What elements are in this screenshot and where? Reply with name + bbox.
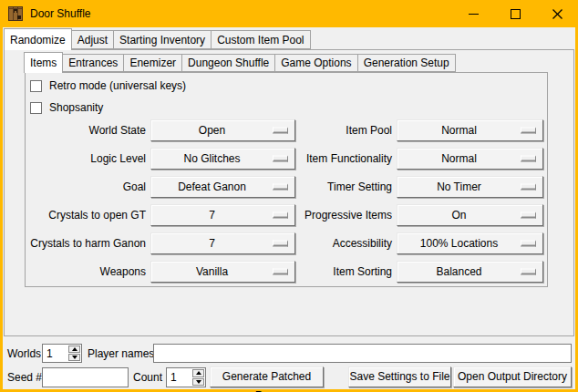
sub-tab-bar: Items Entrances Enemizer Dungeon Shuffle…	[25, 52, 456, 73]
count-label: Count	[133, 371, 162, 384]
weapons-label: Weapons	[24, 261, 146, 283]
dropdown-value: No Glitches	[151, 149, 273, 169]
item-sorting-label: Item Sorting	[270, 261, 392, 283]
save-settings-button[interactable]: Save Settings to File	[348, 366, 451, 387]
close-button[interactable]	[536, 0, 578, 27]
worlds-label: Worlds	[7, 347, 41, 360]
retro-mode-label: Retro mode (universal keys)	[49, 79, 186, 92]
item-pool-dropdown[interactable]: Normal	[397, 119, 543, 141]
count-spinner[interactable]: 1	[166, 367, 206, 387]
retro-mode-checkbox[interactable]	[30, 80, 42, 92]
tab-enemizer[interactable]: Enemizer	[123, 54, 182, 72]
worlds-spinner-buttons	[68, 346, 80, 361]
dropdown-value: Normal	[397, 120, 521, 140]
main-tab-bar: Randomize Adjust Starting Inventory Cust…	[5, 28, 311, 50]
arrow-up-icon	[72, 347, 77, 351]
dropdown-indicator-icon	[521, 241, 536, 247]
count-spinner-buttons	[192, 369, 204, 386]
crystals-harm-ganon-label: Crystals to harm Ganon	[24, 232, 146, 254]
seed-label: Seed #	[7, 371, 42, 384]
shopsanity-checkbox[interactable]	[30, 102, 42, 114]
dropdown-value: 7	[151, 205, 273, 225]
dropdown-value: Defeat Ganon	[151, 177, 273, 197]
dropdown-indicator-icon	[521, 184, 536, 191]
tab-items[interactable]: Items	[24, 52, 63, 73]
caption-buttons	[452, 0, 578, 27]
maximize-icon	[511, 9, 521, 19]
dropdown-indicator-icon	[521, 128, 536, 134]
dropdown-value: Vanilla	[151, 262, 273, 282]
timer-setting-label: Timer Setting	[270, 176, 392, 198]
worlds-value: 1	[46, 347, 53, 360]
logic-level-label: Logic Level	[24, 148, 146, 170]
app-window: Door Shuffle Randomize Adjust Starting I…	[0, 0, 578, 392]
tab-generation-setup[interactable]: Generation Setup	[357, 54, 456, 72]
item-pool-label: Item Pool	[270, 119, 392, 141]
spinner-down-button[interactable]	[192, 378, 204, 387]
minimize-icon	[469, 14, 479, 15]
app-icon	[8, 6, 23, 21]
crystals-open-gt-label: Crystals to open GT	[24, 204, 146, 226]
generate-patched-rom-button[interactable]: Generate Patched Rom	[210, 366, 324, 387]
tab-starting-inventory[interactable]: Starting Inventory	[113, 30, 212, 49]
tab-entrances[interactable]: Entrances	[62, 54, 124, 72]
tab-custom-item-pool[interactable]: Custom Item Pool	[211, 30, 310, 49]
spinner-up-button[interactable]	[68, 346, 80, 353]
tab-randomize[interactable]: Randomize	[4, 28, 72, 50]
dropdown-indicator-icon	[521, 212, 536, 219]
seed-input[interactable]	[42, 367, 129, 387]
close-icon	[552, 9, 563, 19]
maximize-button[interactable]	[494, 0, 536, 27]
spinner-up-button[interactable]	[192, 369, 204, 377]
timer-setting-dropdown[interactable]: No Timer	[397, 176, 543, 198]
dropdown-value: Balanced	[397, 262, 521, 282]
tab-adjust[interactable]: Adjust	[71, 30, 114, 49]
shopsanity-label: Shopsanity	[49, 101, 103, 114]
world-state-label: World State	[24, 119, 146, 141]
dropdown-indicator-icon	[521, 269, 536, 275]
item-functionality-label: Item Functionality	[270, 148, 392, 170]
count-value: 1	[170, 371, 177, 384]
shopsanity-checkbox-row: Shopsanity	[30, 101, 103, 114]
dropdown-value: On	[397, 205, 521, 225]
retro-mode-checkbox-row: Retro mode (universal keys)	[30, 79, 186, 92]
tab-game-options[interactable]: Game Options	[274, 54, 357, 72]
goal-label: Goal	[24, 176, 146, 198]
arrow-down-icon	[196, 380, 201, 384]
player-names-input[interactable]	[153, 344, 572, 363]
arrow-up-icon	[196, 371, 201, 375]
dropdown-indicator-icon	[521, 156, 536, 162]
window-title: Door Shuffle	[30, 7, 91, 20]
dropdown-value: 100% Locations	[397, 233, 521, 253]
minimize-button[interactable]	[452, 0, 494, 27]
item-functionality-dropdown[interactable]: Normal	[397, 148, 543, 170]
item-sorting-dropdown[interactable]: Balanced	[397, 261, 543, 283]
accessibility-label: Accessibility	[270, 232, 392, 254]
spinner-down-button[interactable]	[68, 354, 80, 361]
worlds-spinner[interactable]: 1	[42, 344, 82, 363]
accessibility-dropdown[interactable]: 100% Locations	[397, 232, 543, 254]
progressive-items-dropdown[interactable]: On	[397, 204, 543, 226]
dropdown-value: Normal	[397, 149, 521, 169]
tab-dungeon-shuffle[interactable]: Dungeon Shuffle	[181, 54, 275, 72]
open-output-directory-button[interactable]: Open Output Directory	[453, 366, 572, 387]
player-names-label: Player names	[88, 347, 154, 360]
titlebar[interactable]: Door Shuffle	[0, 0, 578, 27]
arrow-down-icon	[72, 356, 77, 359]
progressive-items-label: Progressive Items	[270, 204, 392, 226]
dropdown-value: No Timer	[397, 177, 521, 197]
dropdown-value: Open	[151, 120, 273, 140]
dropdown-value: 7	[151, 233, 273, 253]
